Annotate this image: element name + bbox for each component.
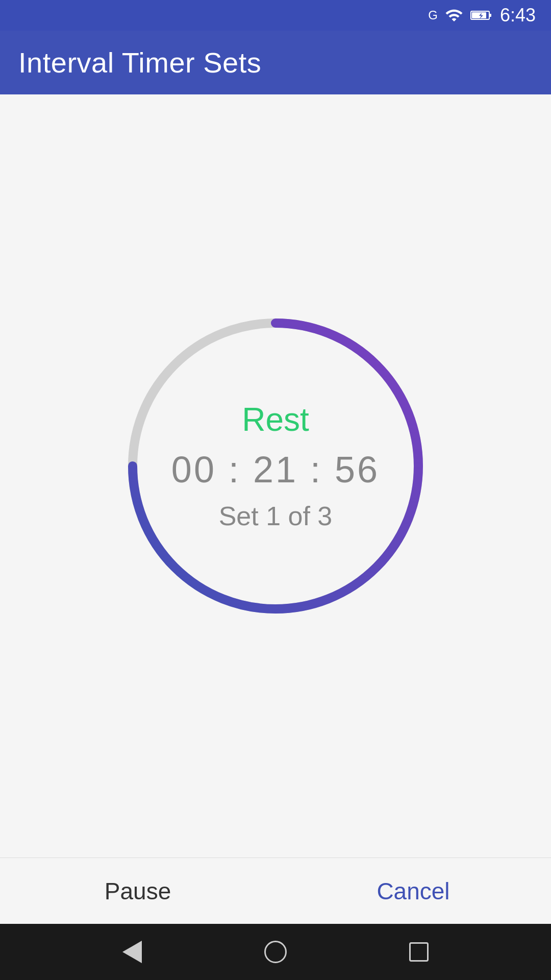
home-button[interactable] xyxy=(264,941,287,963)
network-label: G xyxy=(428,8,438,22)
pause-button[interactable]: Pause xyxy=(0,858,276,924)
timer-set-info: Set 1 of 3 xyxy=(219,501,333,531)
svg-rect-2 xyxy=(472,12,486,18)
timer-time-display: 00 : 21 : 56 xyxy=(171,449,380,491)
battery-icon xyxy=(470,6,493,24)
app-bar: Interval Timer Sets xyxy=(0,31,551,94)
status-icons: G 6:43 xyxy=(428,5,536,26)
main-content: Rest 00 : 21 : 56 Set 1 of 3 xyxy=(0,94,551,857)
bottom-bar: Pause Cancel xyxy=(0,857,551,924)
recents-icon xyxy=(409,942,429,962)
svg-rect-1 xyxy=(489,14,491,17)
timer-inner: Rest 00 : 21 : 56 Set 1 of 3 xyxy=(171,401,380,531)
cancel-button[interactable]: Cancel xyxy=(276,858,551,924)
signal-icon xyxy=(445,6,463,24)
status-bar: G 6:43 xyxy=(0,0,551,31)
nav-bar xyxy=(0,924,551,980)
back-icon xyxy=(122,941,142,963)
status-time: 6:43 xyxy=(500,5,536,26)
app-title: Interval Timer Sets xyxy=(18,46,261,79)
recents-button[interactable] xyxy=(409,942,429,962)
timer-container: Rest 00 : 21 : 56 Set 1 of 3 xyxy=(117,308,434,624)
home-icon xyxy=(264,941,287,963)
back-button[interactable] xyxy=(122,941,142,963)
timer-phase-label: Rest xyxy=(242,401,309,438)
